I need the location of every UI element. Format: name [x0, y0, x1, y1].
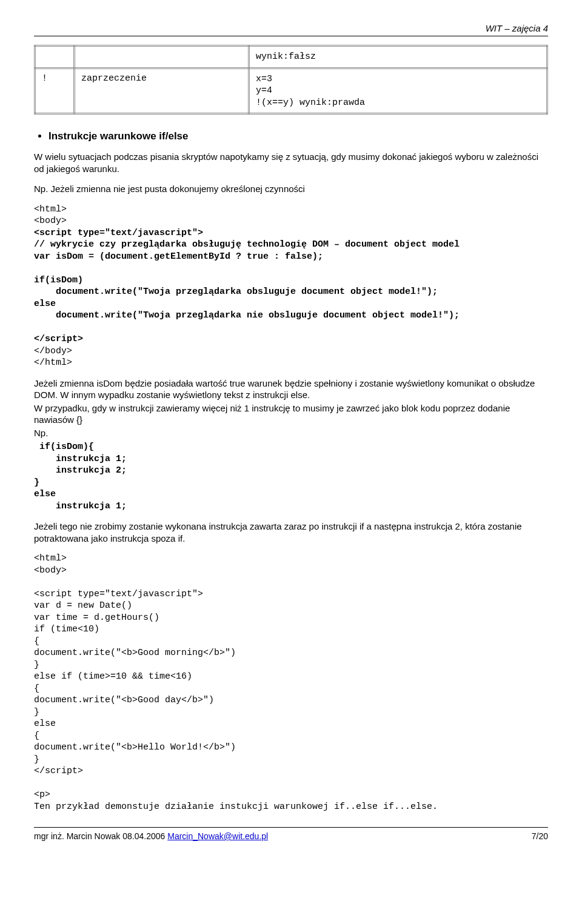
- page-header: WIT – zajęcia 4: [34, 23, 548, 33]
- cell-desc: [75, 46, 249, 68]
- paragraph: Np. Jeżeli zmienna nie jest pusta dokonu…: [34, 183, 548, 195]
- code-snippet: <html> <body> <script type="text/javascr…: [34, 553, 548, 813]
- cell-op: [35, 46, 75, 68]
- operators-table: wynik:fałsz ! zaprzeczenie x=3 y=4 !(x==…: [34, 45, 548, 115]
- paragraph: W przypadku, gdy w instrukcji zawieramy …: [34, 402, 548, 426]
- cell-example-text: x=3 y=4 !(x==y) wynik:prawda: [256, 73, 540, 109]
- section-heading-list: Instrukcje warunkowe if/else: [48, 130, 548, 142]
- footer-left: mgr inż. Marcin Nowak 08.04.2006 Marcin_…: [34, 831, 532, 841]
- code-block: <html> <body> <script type="text/javascr…: [34, 553, 548, 813]
- code-html-close: </body> </html>: [34, 345, 548, 369]
- paragraph: Jeżeli tego nie zrobimy zostanie wykonan…: [34, 520, 548, 544]
- cell-desc: zaprzeczenie: [75, 68, 249, 114]
- table-row: wynik:fałsz: [35, 46, 547, 68]
- paragraph-np: Np.: [34, 427, 548, 439]
- footer-email-link[interactable]: Marcin_Nowak@wit.edu.pl: [167, 831, 268, 841]
- footer-page-number: 7/20: [532, 831, 548, 841]
- code-script-body: <script type="text/javascript"> // wykry…: [34, 227, 548, 345]
- table-row: ! zaprzeczenie x=3 y=4 !(x==y) wynik:pra…: [35, 68, 547, 114]
- header-rule: [34, 36, 548, 36]
- cell-op: !: [35, 68, 75, 114]
- cell-example-text: wynik:fałsz: [256, 51, 540, 63]
- code-block: <html> <body> <script type="text/javascr…: [34, 204, 548, 369]
- code-html-open: <html> <body>: [34, 204, 548, 227]
- paragraph: W wielu sytuacjach podczas pisania skryp…: [34, 151, 548, 174]
- code-snippet: if(isDom){ instrukcja 1; instrukcja 2; }…: [34, 441, 548, 512]
- cell-example: x=3 y=4 !(x==y) wynik:prawda: [249, 68, 547, 114]
- section-heading: Instrukcje warunkowe if/else: [48, 130, 548, 142]
- page-footer: mgr inż. Marcin Nowak 08.04.2006 Marcin_…: [34, 827, 548, 841]
- cell-example: wynik:fałsz: [249, 46, 547, 68]
- paragraph: Jeżeli zmienna isDom będzie posiadała wa…: [34, 377, 548, 401]
- code-block: if(isDom){ instrukcja 1; instrukcja 2; }…: [34, 441, 548, 512]
- footer-author: mgr inż. Marcin Nowak 08.04.2006: [34, 831, 167, 841]
